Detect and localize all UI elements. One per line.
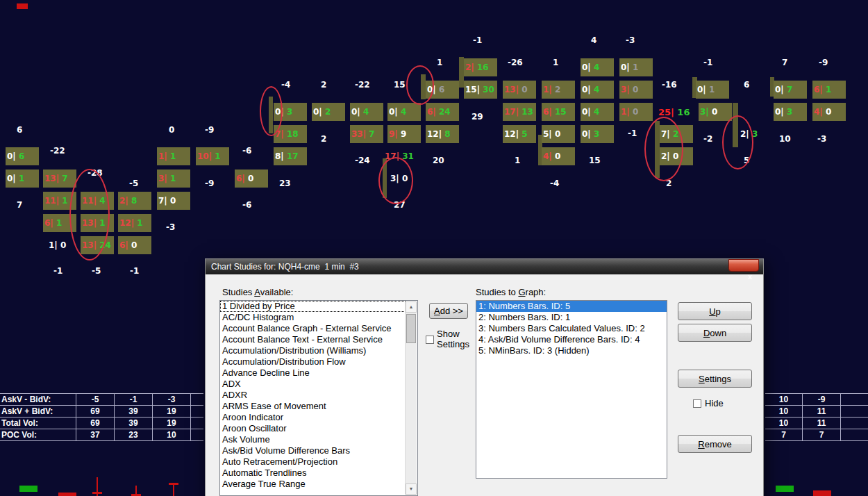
candle — [19, 486, 37, 492]
numbers-bar-cell: 9| 9 — [387, 125, 421, 143]
numbers-bar-cell: 0| 4 — [581, 103, 614, 121]
delta-label: 7 — [782, 58, 787, 67]
study-list-item[interactable]: Account Balance Graph - External Service — [220, 323, 406, 334]
delta-label: -3 — [817, 134, 826, 144]
numbers-bar-cell: 6| 24 — [426, 103, 459, 121]
hide-label: Hide — [705, 398, 724, 408]
delta-label: -26 — [508, 58, 523, 67]
graph-study-list-item[interactable]: 2: Numbers Bars. ID: 1 — [476, 312, 667, 323]
annotation-ellipse — [260, 86, 283, 136]
numbers-bar-cell: 0| 6 — [6, 147, 39, 165]
study-list-item[interactable]: Ask/Bid Volume Difference Bars — [220, 445, 406, 456]
study-list-item[interactable]: Auto Retracement/Projection — [220, 456, 406, 468]
study-list-item[interactable]: Automatic Trendlines — [220, 468, 406, 479]
delta-label: 1 — [515, 156, 520, 165]
study-list-item[interactable]: AC/DC Histogram — [220, 312, 406, 323]
study-list-item[interactable]: Average True Range — [220, 479, 406, 490]
down-button[interactable]: Down — [678, 324, 752, 342]
studies-available-list[interactable]: 1 Divided by PriceAC/DC HistogramAccount… — [219, 300, 418, 496]
studies-available-label: Studies Available: — [222, 287, 293, 297]
volume-table-right: 10-91011101177 — [765, 393, 868, 441]
show-settings-checkbox-group: Show Settings — [426, 329, 469, 349]
add-button[interactable]: Add >> — [429, 303, 468, 319]
numbers-bar-cell: 7| 0 — [157, 192, 190, 210]
up-button[interactable]: Up — [678, 302, 752, 320]
numbers-bar-cell: 4| 0 — [812, 103, 846, 121]
table-value: 11 — [803, 406, 841, 418]
graph-study-list-item[interactable]: 3: Numbers Bars Calculated Values. ID: 2 — [476, 323, 667, 334]
numbers-bar-cell: 12| 1 — [118, 214, 151, 232]
numbers-bar-cell: 13| 7 — [43, 170, 76, 188]
table-value: 19 — [153, 418, 191, 429]
numbers-bar-cell: 2| 8 — [118, 192, 151, 210]
chart-studies-dialog: Chart Studies for: NQH4-cme 1 min #3 x S… — [205, 258, 764, 496]
table-value: 7 — [803, 429, 841, 441]
table-value: 69 — [76, 418, 115, 429]
table-value: 23 — [115, 429, 153, 441]
show-settings-checkbox[interactable] — [426, 336, 434, 344]
delta-label: -5 — [92, 266, 101, 276]
volume-table-left: AskV - BidV:-5-1-3AskV + BidV:693919Tota… — [0, 393, 203, 441]
settings-button[interactable]: Settings — [678, 370, 752, 388]
study-list-item[interactable]: ADX — [220, 379, 406, 390]
remove-button[interactable]: Remove — [678, 435, 752, 453]
delta-label: 29 — [471, 112, 483, 122]
annotation-ellipse — [722, 115, 753, 170]
study-list-item[interactable]: Ask Volume — [220, 434, 406, 445]
available-list-scrollbar[interactable]: ▲ ▼ — [405, 301, 417, 495]
graph-study-list-item[interactable]: 5: NMinBars. ID: 3 (Hidden) — [476, 345, 667, 356]
study-list-item[interactable]: Aroon Indicator — [220, 412, 406, 423]
study-list-item[interactable]: 1 Divided by Price — [220, 301, 406, 312]
table-row-label: AskV + BidV: — [0, 406, 76, 418]
annotation-ellipse — [69, 169, 110, 261]
numbers-bar-cell: 0| 1 — [619, 58, 653, 76]
delta-label: -1 — [130, 266, 139, 276]
numbers-bar-cell: 17| 13 — [503, 103, 536, 121]
numbers-bar-cell: 12| 8 — [426, 125, 459, 143]
table-filler — [191, 418, 203, 429]
graph-study-list-item[interactable]: 1: Numbers Bars. ID: 5 — [476, 301, 667, 312]
delta-label: -5 — [129, 179, 138, 188]
dialog-title: Chart Studies for: NQH4-cme 1 min #3 — [211, 262, 359, 272]
table-filler — [191, 394, 203, 406]
delta-label: -6 — [242, 146, 251, 156]
study-list-item[interactable]: Aroon Oscillator — [220, 423, 406, 434]
study-list-item[interactable]: Accumulation/Distribution (Williams) — [220, 345, 406, 356]
table-row-label: Total Vol: — [0, 418, 76, 429]
dialog-titlebar[interactable]: Chart Studies for: NQH4-cme 1 min #3 x — [206, 259, 763, 274]
delta-label: 20 — [433, 156, 444, 165]
study-list-item[interactable]: Account Balance Text - External Service — [220, 334, 406, 345]
annotation-ellipse — [378, 157, 413, 204]
numbers-bar-cell: 0| 4 — [387, 103, 421, 121]
study-list-item[interactable]: Advance Decline Line — [220, 367, 406, 379]
study-list-item[interactable]: ARMS Ease of Movement — [220, 401, 406, 412]
annotation-ellipse — [406, 65, 434, 105]
delta-label: -3 — [166, 222, 175, 232]
scroll-down-icon[interactable]: ▼ — [406, 483, 417, 495]
delta-label: 7 — [17, 200, 22, 210]
candle — [776, 486, 794, 492]
studies-to-graph-list[interactable]: 1: Numbers Bars. ID: 52: Numbers Bars. I… — [476, 300, 667, 479]
delta-label: -1 — [53, 266, 62, 276]
delta-label: -1 — [473, 35, 482, 45]
numbers-bar-cell: 4| 0 — [542, 147, 575, 165]
table-value: 39 — [115, 418, 153, 429]
numbers-bar-cell: 0| 2 — [312, 103, 345, 121]
close-button[interactable]: x — [728, 259, 759, 272]
price-bar — [459, 57, 464, 88]
scroll-up-icon[interactable]: ▲ — [406, 301, 417, 313]
show-settings-label: Show Settings — [437, 329, 469, 349]
numbers-bar-cell: 0| 1 — [696, 81, 729, 99]
study-list-item[interactable]: Accumulation/Distribution Flow — [220, 356, 406, 367]
table-value: -9 — [803, 394, 841, 406]
graph-study-list-item[interactable]: 4: Ask/Bid Volume Difference Bars. ID: 4 — [476, 334, 667, 345]
numbers-bar-cell: 3| 0 — [619, 81, 653, 99]
delta-label: -1 — [628, 129, 637, 138]
table-filler — [841, 394, 868, 406]
scrollbar-thumb[interactable] — [406, 314, 416, 343]
hide-checkbox[interactable] — [693, 399, 701, 408]
study-list-item[interactable]: ADXR — [220, 390, 406, 401]
candle — [17, 3, 28, 9]
numbers-bar-cell: 1| 2 — [542, 81, 575, 99]
delta-label: -4 — [550, 179, 559, 188]
